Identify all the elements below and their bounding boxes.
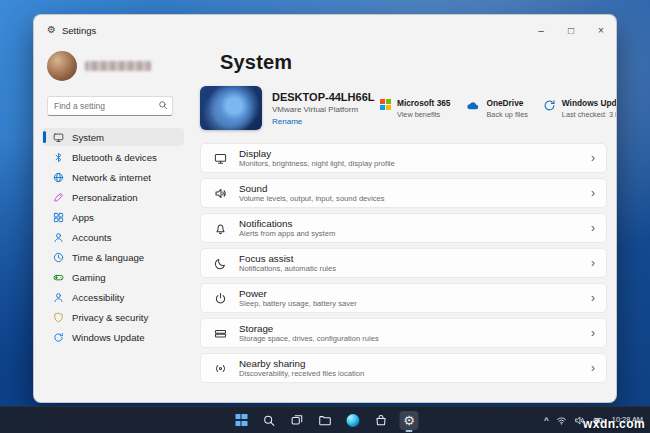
person-icon	[53, 232, 64, 243]
row-focus-assist[interactable]: Focus assist Notifications, automatic ru…	[200, 248, 607, 278]
minimize-button[interactable]: –	[526, 15, 556, 45]
maximize-button[interactable]: □	[556, 15, 586, 45]
bluetooth-icon	[53, 152, 64, 163]
display-icon	[214, 152, 227, 165]
device-model: VMware Virtual Platform	[272, 105, 368, 114]
titlebar[interactable]: ⚙ Settings – □ ×	[34, 15, 616, 45]
update-arrows-icon	[53, 332, 64, 343]
tile-onedrive[interactable]: OneDrive Back up files	[465, 98, 527, 119]
row-subtitle: Sleep, battery usage, battery saver	[239, 300, 357, 308]
hidden-icons-chevron[interactable]: ^	[544, 416, 549, 425]
row-subtitle: Volume levels, output, input, sound devi…	[239, 195, 385, 203]
sidebar-item-time-language[interactable]: Time & language	[42, 248, 184, 266]
system-icon	[53, 132, 64, 143]
row-subtitle: Alerts from apps and system	[239, 230, 335, 238]
gear-icon: ⚙	[403, 414, 415, 427]
sidebar: System Bluetooth & devices Network & int…	[42, 49, 196, 396]
user-account-row[interactable]	[42, 49, 196, 83]
shield-icon	[53, 312, 64, 323]
sidebar-item-accounts[interactable]: Accounts	[42, 228, 184, 246]
tile-subtitle: Back up files	[486, 110, 527, 119]
sidebar-item-label: Network & internet	[72, 172, 151, 183]
power-icon	[214, 292, 227, 305]
sidebar-item-label: Windows Update	[72, 332, 145, 343]
row-notifications[interactable]: Notifications Alerts from apps and syste…	[200, 213, 607, 243]
tile-title: OneDrive	[486, 98, 527, 108]
row-title: Display	[239, 148, 395, 159]
taskbar-search-button[interactable]	[260, 411, 279, 430]
tile-title: Windows Update	[562, 98, 617, 108]
sidebar-item-label: System	[72, 132, 104, 143]
row-title: Sound	[239, 183, 385, 194]
file-explorer-button[interactable]	[316, 411, 335, 430]
sidebar-item-system[interactable]: System	[42, 128, 184, 146]
device-name: DESKTOP-44LH66L	[272, 91, 368, 103]
window-controls: – □ ×	[526, 15, 616, 45]
tile-windows-update[interactable]: Windows Update Last checked: 3 hours ago	[543, 98, 617, 119]
brush-icon	[53, 192, 64, 203]
edge-button[interactable]	[344, 411, 363, 430]
sidebar-item-personalization[interactable]: Personalization	[42, 188, 184, 206]
watermark: wxdn.com	[583, 417, 645, 431]
accessibility-person-icon	[53, 292, 64, 303]
sidebar-item-apps[interactable]: Apps	[42, 208, 184, 226]
row-title: Focus assist	[239, 253, 336, 264]
desktop-wallpaper: ⚙ Settings – □ × System	[0, 0, 650, 433]
taskbar-center-icons: ⚙	[232, 407, 419, 433]
speaker-icon	[214, 187, 227, 200]
store-bag-icon	[375, 414, 388, 427]
storage-drive-icon	[214, 327, 227, 340]
settings-taskbar-button[interactable]: ⚙	[400, 411, 419, 430]
edge-icon	[347, 414, 360, 427]
network-wifi-icon[interactable]	[556, 415, 567, 426]
tile-title: Microsoft 365	[397, 98, 450, 108]
bell-icon	[214, 222, 227, 235]
search-input[interactable]	[47, 96, 173, 116]
clock-icon	[53, 252, 64, 263]
chevron-right-icon: ›	[591, 222, 595, 234]
row-sound[interactable]: Sound Volume levels, output, input, soun…	[200, 178, 607, 208]
row-power[interactable]: Power Sleep, battery usage, battery save…	[200, 283, 607, 313]
close-button[interactable]: ×	[586, 15, 616, 45]
nearby-sharing-icon	[214, 362, 227, 375]
rename-link[interactable]: Rename	[272, 117, 368, 126]
sidebar-item-bluetooth-devices[interactable]: Bluetooth & devices	[42, 148, 184, 166]
row-display[interactable]: Display Monitors, brightness, night ligh…	[200, 143, 607, 173]
chevron-right-icon: ›	[591, 292, 595, 304]
sidebar-item-label: Personalization	[72, 192, 138, 203]
sidebar-nav: System Bluetooth & devices Network & int…	[42, 128, 184, 346]
device-info: DESKTOP-44LH66L VMware Virtual Platform …	[272, 91, 368, 126]
tile-microsoft-365[interactable]: Microsoft 365 View benefits	[380, 98, 450, 119]
row-title: Power	[239, 288, 357, 299]
start-button[interactable]	[232, 411, 251, 430]
status-tiles: Microsoft 365 View benefits OneDrive Bac…	[380, 98, 617, 119]
microsoft-store-button[interactable]	[372, 411, 391, 430]
sidebar-item-windows-update[interactable]: Windows Update	[42, 328, 184, 346]
globe-icon	[53, 172, 64, 183]
user-name-redacted	[85, 61, 151, 71]
windows-logo-icon	[235, 414, 247, 426]
sidebar-item-label: Gaming	[72, 272, 106, 283]
row-subtitle: Discoverability, received files location	[239, 370, 364, 378]
sidebar-item-label: Apps	[72, 212, 94, 223]
sidebar-item-label: Time & language	[72, 252, 144, 263]
row-nearby-sharing[interactable]: Nearby sharing Discoverability, received…	[200, 353, 607, 383]
task-view-button[interactable]	[288, 411, 307, 430]
task-view-icon	[291, 414, 304, 427]
onedrive-cloud-icon	[465, 99, 480, 112]
folder-icon	[319, 414, 332, 427]
sidebar-item-network-internet[interactable]: Network & internet	[42, 168, 184, 186]
sidebar-item-label: Accessibility	[72, 292, 124, 303]
search-icon	[158, 100, 168, 110]
chevron-right-icon: ›	[591, 257, 595, 269]
sidebar-item-privacy-security[interactable]: Privacy & security	[42, 308, 184, 326]
device-wallpaper-thumbnail	[200, 86, 262, 130]
gamepad-icon	[53, 272, 64, 283]
row-title: Nearby sharing	[239, 358, 364, 369]
row-storage[interactable]: Storage Storage space, drives, configura…	[200, 318, 607, 348]
sidebar-item-gaming[interactable]: Gaming	[42, 268, 184, 286]
sidebar-item-accessibility[interactable]: Accessibility	[42, 288, 184, 306]
device-header: DESKTOP-44LH66L VMware Virtual Platform …	[200, 86, 607, 130]
microsoft-365-icon	[380, 99, 391, 110]
chevron-right-icon: ›	[591, 362, 595, 374]
